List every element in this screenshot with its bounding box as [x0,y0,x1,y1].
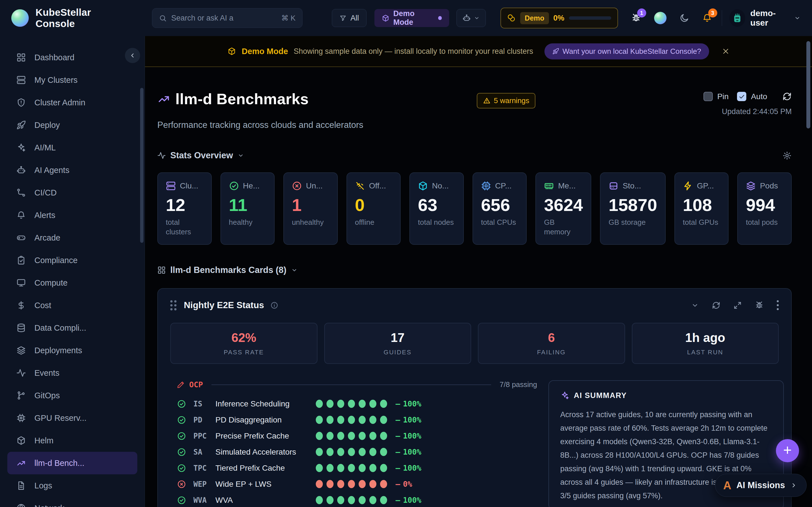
bell-icon [16,210,26,220]
banner-cta-button[interactable]: Want your own local KubeStellar Console? [545,43,709,59]
pin-checkbox[interactable] [703,92,713,101]
check-circle-icon [177,464,193,473]
info-icon[interactable] [270,301,278,309]
nightly-e2e-card: Nightly E2E Status 62%PASS RATE17GUIDES6… [157,288,792,507]
sidebar-item-ci-cd[interactable]: CI/CD [7,181,137,204]
card-menu-button[interactable] [777,300,779,310]
sidebar-item-alerts[interactable]: Alerts [7,204,137,226]
sidebar-item-ai-agents[interactable]: AI Agents [7,159,137,181]
kpi-pass-rate: 62%PASS RATE [170,323,317,364]
sidebar-item-helm[interactable]: Helm [7,429,137,452]
pass-dot [369,464,376,472]
filter-all-button[interactable]: All [332,9,366,27]
workflow-icon [16,188,26,198]
main-scrollbar[interactable] [806,41,810,128]
search-bar[interactable]: ⌘ K [152,8,303,28]
top-bar: KubeStellar Console ⌘ K All Demo Mode De… [0,0,812,36]
sidebar-item-cluster-admin[interactable]: Cluster Admin [7,91,137,114]
sidebar-item-compliance[interactable]: Compliance [7,249,137,272]
guide-percent: –100% [396,464,537,472]
usage-meter[interactable]: Demo 0% [500,8,618,29]
stat-sublabel: total GPUs [683,218,720,227]
guide-row-wep[interactable]: WEPWide EP + LWS–0% [177,476,537,492]
stat-value: 11 [229,195,266,215]
sidebar-item-logs[interactable]: Logs [7,474,137,497]
auto-checkbox[interactable] [737,92,746,101]
debug-button[interactable]: 1 [631,13,641,23]
guide-row-sa[interactable]: SASimulated Accelerators–100% [177,444,537,460]
guide-row-is[interactable]: ISInference Scheduling–100% [177,396,537,412]
pass-dot [359,400,366,408]
kpi-last-run: 1h agoLAST RUN [632,323,779,364]
warnings-badge[interactable]: 5 warnings [477,93,536,108]
guide-code: TPC [193,464,215,472]
guide-name: WVA [215,496,316,505]
stats-collapse-chevron[interactable] [238,152,244,159]
guide-row-wva[interactable]: WVAWVA–100% [177,492,537,507]
sidebar-collapse-button[interactable] [125,48,140,63]
sidebar-item-arcade[interactable]: Arcade [7,226,137,249]
guide-row-tpc[interactable]: TPCTiered Prefix Cache–100% [177,460,537,476]
agents-dropdown-button[interactable] [456,9,486,27]
kpi-value: 6 [548,331,555,345]
card-collapse-button[interactable] [691,301,699,309]
search-input[interactable] [171,14,276,22]
cards-collapse-chevron[interactable] [291,267,298,274]
sidebar-item-compute[interactable]: Compute [7,272,137,294]
stat-label: He... [243,181,260,190]
sidebar-item-cost[interactable]: Cost [7,294,137,317]
sidebar-item-my-clusters[interactable]: My Clusters [7,69,137,91]
sidebar-item-label: Compute [35,278,68,288]
stat-label: No... [432,181,449,190]
sidebar-item-dashboard[interactable]: Dashboard [7,46,137,69]
cpu-icon [481,181,491,191]
banner-close-button[interactable] [722,48,729,55]
user-menu[interactable]: demo-user [729,8,801,27]
sidebar-item-deployments[interactable]: Deployments [7,339,137,362]
refresh-button[interactable] [782,92,792,101]
sidebar-item-gpu-reserv[interactable]: GPU Reserv... [7,407,137,429]
guide-row-ppc[interactable]: PPCPrecise Prefix Cache–100% [177,428,537,444]
stat-value: 1 [292,195,329,215]
moon-icon [679,13,689,23]
ai-missions-button[interactable]: A AI Missions [715,474,807,497]
sidebar-item-label: Alerts [35,211,55,220]
sidebar-item-network[interactable]: Network [7,497,137,507]
sidebar-item-deploy[interactable]: Deploy [7,114,137,136]
sidebar-item-ai-ml[interactable]: AI/ML [7,136,137,159]
sidebar-item-data-compli[interactable]: Data Compli... [7,317,137,339]
check-circle-icon [177,432,193,441]
pass-dot [369,416,376,424]
sidebar-item-label: Cluster Admin [35,98,86,107]
sidebar-item-label: Deploy [35,121,60,130]
kpi-failing: 6FAILING [478,323,625,364]
sidebar-item-label: Cost [35,301,51,310]
group-divider [211,385,491,385]
check-circle-icon [177,399,193,408]
notifications-button[interactable]: 3 [702,13,712,23]
card-debug-button[interactable] [755,301,764,310]
add-fab-button[interactable]: + [776,439,799,462]
card-expand-button[interactable] [733,301,742,309]
kubestellar-nav-button[interactable] [654,12,666,24]
clipboard-icon [16,256,26,265]
shield-icon [16,98,26,107]
guide-row-pd[interactable]: PDPD Disaggregation–100% [177,412,537,428]
sidebar-item-gitops[interactable]: GitOps [7,384,137,407]
stats-overview-header: Stats Overview [157,151,792,161]
plus-icon: + [783,443,792,457]
debug-count-badge: 1 [637,8,646,17]
pass-dot [348,432,355,440]
sidebar-item-events[interactable]: Events [7,362,137,384]
drag-handle-icon[interactable] [170,300,176,311]
sidebar-item-label: Network [35,504,64,507]
card-refresh-button[interactable] [712,301,720,309]
demo-mode-pill[interactable]: Demo Mode [374,9,449,27]
robot-icon [462,14,471,22]
stat-label: Pods [760,181,778,190]
sidebar-scrollbar[interactable] [140,88,144,243]
sidebar-item-llm-d-bench[interactable]: llm-d Bench... [7,452,137,474]
run-history-dots [316,416,387,424]
gear-icon[interactable] [782,151,792,160]
theme-toggle[interactable] [679,13,689,23]
